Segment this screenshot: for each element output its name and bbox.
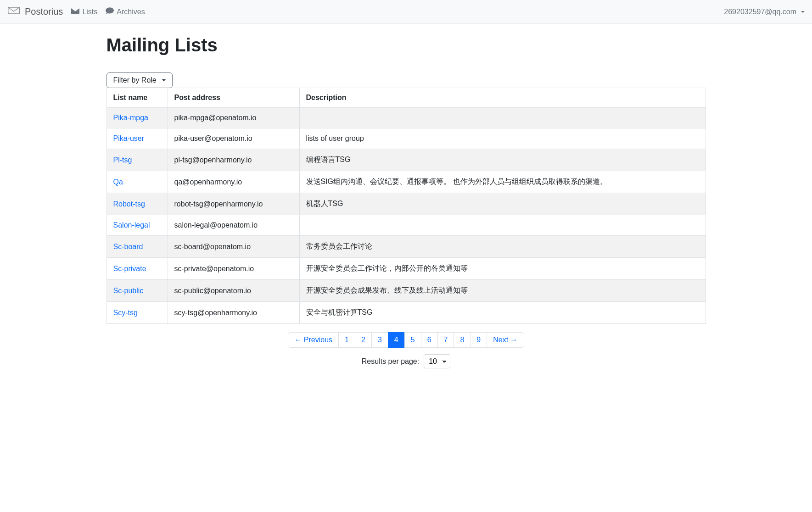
cell-list-name: Sc-private xyxy=(106,258,168,280)
cell-post-address: sc-board@openatom.io xyxy=(168,236,299,258)
table-header-row: List name Post address Description xyxy=(106,88,706,108)
page-item: 4 xyxy=(388,332,405,348)
nav-left: Postorius Lists Archives xyxy=(7,5,145,18)
col-header-name: List name xyxy=(106,88,168,108)
filter-by-role-button[interactable]: Filter by Role xyxy=(106,72,173,88)
table-row: Pika-userpika-user@openatom.iolists of u… xyxy=(106,128,706,149)
filter-button-label: Filter by Role xyxy=(113,76,157,84)
page-8[interactable]: 8 xyxy=(454,332,470,348)
list-name-link[interactable]: Sc-public xyxy=(113,287,144,295)
cell-list-name: Pl-tsg xyxy=(106,149,168,171)
list-name-link[interactable]: Robot-tsg xyxy=(113,200,145,208)
table-row: Salon-legalsalon-legal@openatom.io xyxy=(106,215,706,236)
cell-post-address: pl-tsg@openharmony.io xyxy=(168,149,299,171)
table-row: Sc-boardsc-board@openatom.io常务委员会工作讨论 xyxy=(106,236,706,258)
cell-description: 安全与机密计算TSG xyxy=(299,302,706,324)
page-item: 9 xyxy=(470,332,487,348)
list-name-link[interactable]: Salon-legal xyxy=(113,221,150,229)
results-per-page-label: Results per page: xyxy=(362,357,419,366)
results-per-page-row: Results per page: 10 xyxy=(106,354,706,368)
list-name-link[interactable]: Pika-user xyxy=(113,134,145,142)
page-9[interactable]: 9 xyxy=(470,332,487,348)
page-item: 7 xyxy=(438,332,454,348)
page-prev[interactable]: ← Previous xyxy=(288,332,339,348)
brand-link[interactable]: Postorius xyxy=(7,5,63,18)
cell-post-address: qa@openharmony.io xyxy=(168,171,299,193)
cell-description xyxy=(299,215,706,236)
cell-post-address: robot-tsg@openharmony.io xyxy=(168,193,299,215)
brand-text: Postorius xyxy=(25,6,63,17)
nav-lists-label: Lists xyxy=(82,8,97,16)
page-next[interactable]: Next → xyxy=(487,332,524,348)
list-name-link[interactable]: Sc-private xyxy=(113,265,146,273)
cell-post-address: pika-mpga@openatom.io xyxy=(168,108,299,128)
main-container: Mailing Lists Filter by Role List name P… xyxy=(101,35,711,368)
table-row: Scy-tsgscy-tsg@openharmony.io安全与机密计算TSG xyxy=(106,302,706,324)
page-item: 6 xyxy=(421,332,438,348)
cell-post-address: scy-tsg@openharmony.io xyxy=(168,302,299,324)
cell-description: 机器人TSG xyxy=(299,193,706,215)
cell-post-address: sc-public@openatom.io xyxy=(168,280,299,302)
pagination: ← Previous123456789Next → xyxy=(106,332,706,348)
nav-link-lists[interactable]: Lists xyxy=(71,7,97,17)
chevron-down-icon xyxy=(801,11,805,13)
cell-list-name: Sc-board xyxy=(106,236,168,258)
results-per-page-select[interactable]: 10 xyxy=(424,354,450,368)
list-name-link[interactable]: Pika-mpga xyxy=(113,114,148,122)
list-name-link[interactable]: Scy-tsg xyxy=(113,309,138,317)
table-row: Pl-tsgpl-tsg@openharmony.io编程语言TSG xyxy=(106,149,706,171)
comment-icon xyxy=(106,7,114,17)
mailing-lists-table: List name Post address Description Pika-… xyxy=(106,88,706,324)
cell-list-name: Sc-public xyxy=(106,280,168,302)
page-item: 3 xyxy=(372,332,388,348)
page-7[interactable]: 7 xyxy=(437,332,454,348)
col-header-post: Post address xyxy=(168,88,299,108)
user-email: 2692032597@qq.com xyxy=(724,8,796,16)
cell-description xyxy=(299,108,706,128)
cell-description: 编程语言TSG xyxy=(299,149,706,171)
page-item: 8 xyxy=(454,332,470,348)
page-5[interactable]: 5 xyxy=(404,332,421,348)
cell-list-name: Scy-tsg xyxy=(106,302,168,324)
table-row: Sc-privatesc-private@openatom.io开源安全委员会工… xyxy=(106,258,706,280)
page-item: 2 xyxy=(355,332,372,348)
navbar: Postorius Lists Archives 2692032597@qq.c… xyxy=(0,0,812,24)
cell-list-name: Pika-mpga xyxy=(106,108,168,128)
cell-description: 常务委员会工作讨论 xyxy=(299,236,706,258)
page-item: ← Previous xyxy=(288,332,339,348)
col-header-desc: Description xyxy=(299,88,706,108)
separator xyxy=(106,64,706,64)
cell-list-name: Qa xyxy=(106,171,168,193)
page-4: 4 xyxy=(388,332,405,348)
list-name-link[interactable]: Sc-board xyxy=(113,243,143,250)
chevron-down-icon xyxy=(162,79,166,81)
table-row: Pika-mpgapika-mpga@openatom.io xyxy=(106,108,706,128)
nav-link-archives[interactable]: Archives xyxy=(106,7,145,17)
cell-description: 发送SIG组内沟通、会议纪要、通报事项等。 也作为外部人员与组组织成员取得联系的… xyxy=(299,171,706,193)
envelope-logo-icon xyxy=(7,5,20,18)
cell-post-address: sc-private@openatom.io xyxy=(168,258,299,280)
page-2[interactable]: 2 xyxy=(355,332,372,348)
cell-list-name: Salon-legal xyxy=(106,215,168,236)
cell-description: lists of user group xyxy=(299,128,706,149)
cell-list-name: Pika-user xyxy=(106,128,168,149)
cell-description: 开源安全委员会成果发布、线下及线上活动通知等 xyxy=(299,280,706,302)
page-6[interactable]: 6 xyxy=(421,332,438,348)
list-name-link[interactable]: Qa xyxy=(113,178,123,186)
table-row: Qaqa@openharmony.io发送SIG组内沟通、会议纪要、通报事项等。… xyxy=(106,171,706,193)
cell-list-name: Robot-tsg xyxy=(106,193,168,215)
cell-description: 开源安全委员会工作讨论，内部公开的各类通知等 xyxy=(299,258,706,280)
page-item: Next → xyxy=(487,332,524,348)
envelope-icon xyxy=(71,7,79,17)
table-row: Robot-tsgrobot-tsg@openharmony.io机器人TSG xyxy=(106,193,706,215)
user-menu[interactable]: 2692032597@qq.com xyxy=(724,8,805,16)
page-item: 1 xyxy=(339,332,355,348)
cell-post-address: pika-user@openatom.io xyxy=(168,128,299,149)
nav-archives-label: Archives xyxy=(117,8,145,16)
page-item: 5 xyxy=(405,332,421,348)
cell-post-address: salon-legal@openatom.io xyxy=(168,215,299,236)
page-3[interactable]: 3 xyxy=(371,332,388,348)
page-title: Mailing Lists xyxy=(106,35,706,56)
list-name-link[interactable]: Pl-tsg xyxy=(113,156,132,164)
page-1[interactable]: 1 xyxy=(338,332,355,348)
